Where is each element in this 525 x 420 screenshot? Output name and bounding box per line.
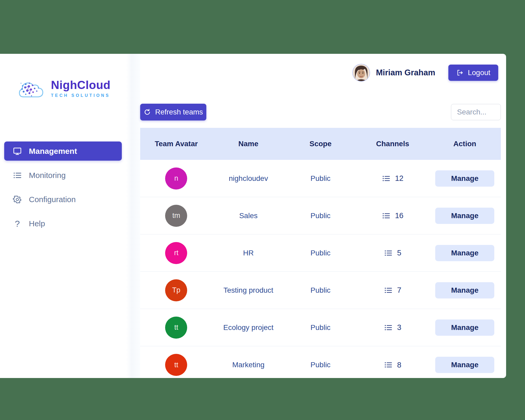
manage-button[interactable]: Manage <box>435 245 494 261</box>
refresh-teams-label: Refresh teams <box>155 108 203 116</box>
team-scope-cell: Public <box>285 323 357 332</box>
main-content: Miriam Graham Logout <box>140 54 506 378</box>
user-name: Miriam Graham <box>376 68 435 77</box>
channels-count: 8 <box>397 361 401 369</box>
table-row: rt HR Public <box>140 234 501 272</box>
list-icon <box>13 171 22 180</box>
gear-icon <box>13 195 22 204</box>
team-avatar-cell: Tp <box>140 279 212 301</box>
column-header-channels: Channels <box>356 140 429 148</box>
table-row: n nighcloudev Public <box>140 160 501 197</box>
team-scope-cell: Public <box>285 174 357 183</box>
team-scope-cell: Public <box>285 361 357 369</box>
team-action-cell: Manage <box>429 282 501 298</box>
column-header-team-avatar: Team Avatar <box>140 140 212 148</box>
team-name-cell: nighcloudev <box>212 174 285 183</box>
team-avatar-cell: n <box>140 167 212 190</box>
brand-logo: NighCloud TECH SOLUTIONS <box>16 77 126 99</box>
team-action-cell: Manage <box>429 319 501 336</box>
team-channels-cell: 3 <box>356 323 429 332</box>
team-avatar-cell: rt <box>140 242 212 264</box>
team-action-cell: Manage <box>429 170 501 187</box>
column-header-action: Action <box>429 140 501 148</box>
team-channels-cell: 12 <box>356 174 429 183</box>
search-input[interactable] <box>451 104 501 120</box>
team-name-cell: Marketing <box>212 361 285 369</box>
table-row: Tp Testing product Public <box>140 272 501 309</box>
team-scope-cell: Public <box>285 212 357 220</box>
channels-list-icon <box>382 212 390 220</box>
sidebar-item-label: Monitoring <box>29 171 66 180</box>
monitor-icon <box>13 146 22 156</box>
table-row: tt Marketing Public <box>140 346 501 378</box>
team-channels-cell: 5 <box>356 249 429 257</box>
team-scope-cell: Public <box>285 249 357 257</box>
cloud-logo-icon <box>16 77 47 99</box>
team-avatar-badge: tt <box>165 354 187 376</box>
manage-button[interactable]: Manage <box>435 319 494 336</box>
sidebar-item-management[interactable]: Management <box>4 141 122 161</box>
logout-label: Logout <box>468 69 490 77</box>
sidebar-item-label: Configuration <box>29 195 76 204</box>
team-action-cell: Manage <box>429 357 501 373</box>
team-avatar-badge: tt <box>165 317 187 339</box>
brand-subtitle: TECH SOLUTIONS <box>51 93 111 98</box>
sidebar-item-configuration[interactable]: Configuration <box>4 190 122 209</box>
logout-button[interactable]: Logout <box>448 65 498 81</box>
channels-count: 5 <box>397 249 401 257</box>
refresh-icon <box>144 108 151 116</box>
question-icon: ? <box>13 219 22 228</box>
table-row: tt Ecology project Public <box>140 309 501 346</box>
manage-button[interactable]: Manage <box>435 282 494 298</box>
team-name-cell: HR <box>212 249 285 257</box>
sidebar-item-help[interactable]: ? Help <box>4 214 122 233</box>
team-avatar-cell: tt <box>140 317 212 339</box>
manage-button[interactable]: Manage <box>435 357 494 373</box>
table-body: n nighcloudev Public <box>140 160 501 378</box>
channels-list-icon <box>384 286 392 295</box>
column-header-name: Name <box>212 140 285 148</box>
channels-count: 3 <box>397 323 401 332</box>
team-action-cell: Manage <box>429 245 501 261</box>
table-row: tm Sales Public <box>140 197 501 234</box>
app-window: NighCloud TECH SOLUTIONS Management <box>0 54 506 378</box>
sidebar-nav: Management Monitoring <box>0 141 126 233</box>
refresh-teams-button[interactable]: Refresh teams <box>140 104 206 120</box>
channels-list-icon <box>384 249 392 257</box>
manage-button[interactable]: Manage <box>435 208 494 224</box>
team-name-cell: Ecology project <box>212 323 285 332</box>
brand-title: NighCloud <box>51 78 111 92</box>
sidebar: NighCloud TECH SOLUTIONS Management <box>0 54 126 378</box>
sidebar-item-monitoring[interactable]: Monitoring <box>4 166 122 185</box>
toolbar: Refresh teams <box>140 104 501 120</box>
sidebar-item-label: Management <box>29 147 77 156</box>
sidebar-divider <box>126 54 140 378</box>
team-channels-cell: 8 <box>356 361 429 369</box>
sidebar-item-label: Help <box>29 219 45 228</box>
team-avatar-badge: rt <box>165 242 187 264</box>
teams-table: Team Avatar Name Scope Channels Action n… <box>140 128 501 378</box>
team-channels-cell: 16 <box>356 211 429 220</box>
manage-button[interactable]: Manage <box>435 170 494 187</box>
team-name-cell: Sales <box>212 212 285 220</box>
team-channels-cell: 7 <box>356 286 429 295</box>
team-name-cell: Testing product <box>212 286 285 295</box>
team-avatar-cell: tm <box>140 205 212 227</box>
logout-icon <box>456 69 464 76</box>
team-action-cell: Manage <box>429 208 501 224</box>
table-header: Team Avatar Name Scope Channels Action <box>140 128 501 160</box>
team-scope-cell: Public <box>285 286 357 295</box>
user-avatar <box>353 64 370 81</box>
channels-list-icon <box>382 174 390 183</box>
team-avatar-badge: n <box>165 167 187 190</box>
team-avatar-badge: tm <box>165 205 187 227</box>
channels-list-icon <box>384 361 392 369</box>
team-avatar-badge: Tp <box>165 279 187 301</box>
channels-list-icon <box>384 323 392 332</box>
column-header-scope: Scope <box>285 140 357 148</box>
topbar: Miriam Graham Logout <box>140 64 501 81</box>
team-avatar-cell: tt <box>140 354 212 376</box>
channels-count: 7 <box>397 286 401 295</box>
channels-count: 12 <box>395 174 403 183</box>
channels-count: 16 <box>395 211 403 220</box>
